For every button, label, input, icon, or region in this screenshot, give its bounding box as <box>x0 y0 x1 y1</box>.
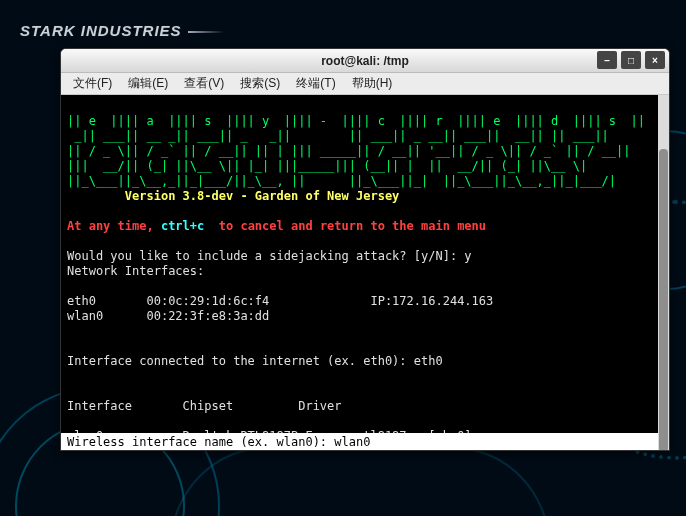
menu-file[interactable]: 文件(F) <box>67 73 118 94</box>
prompt-sidejack: Would you like to include a sidejacking … <box>67 249 472 263</box>
version-line: Version 3.8-dev - Garden of New Jersey <box>67 189 399 203</box>
hint-suffix: to cancel and return to the main menu <box>204 219 486 233</box>
ascii-letters: || e |||| a |||| s |||| y |||| - |||| c … <box>67 114 645 128</box>
menu-view[interactable]: 查看(V) <box>178 73 230 94</box>
ascii-art-line2: || / _ \|| / _` || / __|| || | ||| _____… <box>67 144 631 158</box>
ascii-art-line3: ||| __/|| (_| ||\__ \|| |_| |||_____||| … <box>67 159 587 173</box>
scrollbar[interactable] <box>658 95 669 450</box>
label-network-interfaces: Network Interfaces: <box>67 264 204 278</box>
menu-terminal[interactable]: 终端(T) <box>290 73 341 94</box>
menu-help[interactable]: 帮助(H) <box>346 73 399 94</box>
terminal-window: root@kali: /tmp – □ × 文件(F) 编辑(E) 查看(V) … <box>60 48 670 451</box>
terminal-input-line[interactable]: Wireless interface name (ex. wlan0): wla… <box>61 433 669 450</box>
ascii-art-line4: ||_\___||_\__,_||_|___/||_\__, || ||_\__… <box>67 174 616 188</box>
close-button[interactable]: × <box>645 51 665 69</box>
window-title: root@kali: /tmp <box>321 54 409 68</box>
iface-wlan0: wlan0 00:22:3f:e8:3a:dd <box>67 309 269 323</box>
scrollbar-thumb[interactable] <box>659 149 668 451</box>
menu-edit[interactable]: 编辑(E) <box>122 73 174 94</box>
stark-logo: STARK INDUSTRIES <box>20 22 224 39</box>
hint-prefix: At any time, <box>67 219 161 233</box>
iface-eth0: eth0 00:0c:29:1d:6c:f4 IP:172.16.244.163 <box>67 294 493 308</box>
menu-search[interactable]: 搜索(S) <box>234 73 286 94</box>
maximize-button[interactable]: □ <box>621 51 641 69</box>
hint-key: ctrl+c <box>161 219 204 233</box>
terminal-output[interactable]: || e |||| a |||| s |||| y |||| - |||| c … <box>61 95 669 450</box>
ascii-art-line1: _|| ___|| __ _|| ___|| _ _|| || ___|| _ … <box>67 129 609 143</box>
minimize-button[interactable]: – <box>597 51 617 69</box>
prompt-internet-iface: Interface connected to the internet (ex.… <box>67 354 443 368</box>
titlebar[interactable]: root@kali: /tmp – □ × <box>61 49 669 73</box>
menubar: 文件(F) 编辑(E) 查看(V) 搜索(S) 终端(T) 帮助(H) <box>61 73 669 95</box>
table-header: Interface Chipset Driver <box>67 399 342 413</box>
